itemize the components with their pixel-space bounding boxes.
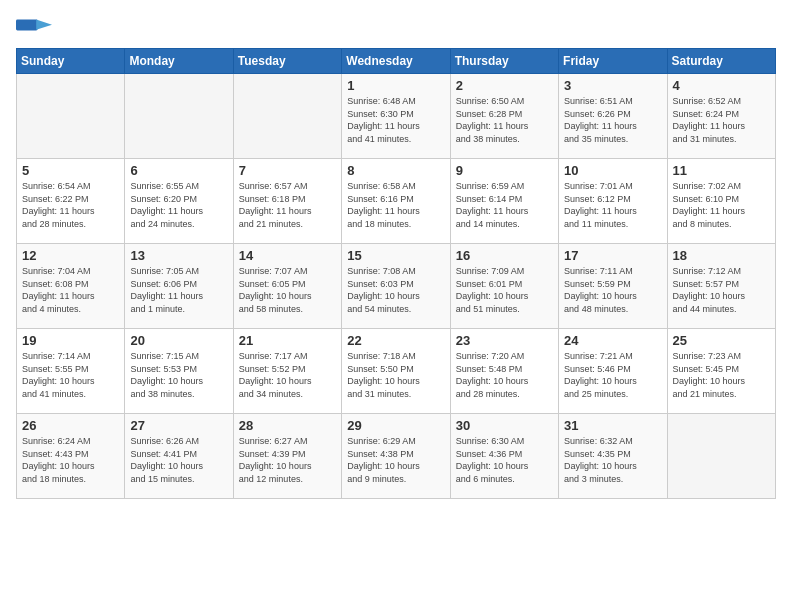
day-info: Sunrise: 6:24 AM Sunset: 4:43 PM Dayligh… [22, 435, 119, 485]
calendar-cell: 26Sunrise: 6:24 AM Sunset: 4:43 PM Dayli… [17, 414, 125, 499]
weekday-header-sunday: Sunday [17, 49, 125, 74]
calendar-cell: 16Sunrise: 7:09 AM Sunset: 6:01 PM Dayli… [450, 244, 558, 329]
day-info: Sunrise: 7:02 AM Sunset: 6:10 PM Dayligh… [673, 180, 770, 230]
day-info: Sunrise: 7:11 AM Sunset: 5:59 PM Dayligh… [564, 265, 661, 315]
day-info: Sunrise: 6:29 AM Sunset: 4:38 PM Dayligh… [347, 435, 444, 485]
day-info: Sunrise: 6:52 AM Sunset: 6:24 PM Dayligh… [673, 95, 770, 145]
day-number: 22 [347, 333, 444, 348]
calendar-cell: 11Sunrise: 7:02 AM Sunset: 6:10 PM Dayli… [667, 159, 775, 244]
calendar-cell: 12Sunrise: 7:04 AM Sunset: 6:08 PM Dayli… [17, 244, 125, 329]
day-number: 25 [673, 333, 770, 348]
day-info: Sunrise: 6:51 AM Sunset: 6:26 PM Dayligh… [564, 95, 661, 145]
logo [16, 16, 52, 36]
day-number: 23 [456, 333, 553, 348]
weekday-header-wednesday: Wednesday [342, 49, 450, 74]
calendar-cell: 17Sunrise: 7:11 AM Sunset: 5:59 PM Dayli… [559, 244, 667, 329]
calendar-table: SundayMondayTuesdayWednesdayThursdayFrid… [16, 48, 776, 499]
day-info: Sunrise: 7:12 AM Sunset: 5:57 PM Dayligh… [673, 265, 770, 315]
day-info: Sunrise: 7:14 AM Sunset: 5:55 PM Dayligh… [22, 350, 119, 400]
calendar-cell [667, 414, 775, 499]
week-row-3: 12Sunrise: 7:04 AM Sunset: 6:08 PM Dayli… [17, 244, 776, 329]
weekday-header-row: SundayMondayTuesdayWednesdayThursdayFrid… [17, 49, 776, 74]
day-number: 7 [239, 163, 336, 178]
day-info: Sunrise: 7:09 AM Sunset: 6:01 PM Dayligh… [456, 265, 553, 315]
day-info: Sunrise: 6:30 AM Sunset: 4:36 PM Dayligh… [456, 435, 553, 485]
calendar-cell: 21Sunrise: 7:17 AM Sunset: 5:52 PM Dayli… [233, 329, 341, 414]
day-info: Sunrise: 6:59 AM Sunset: 6:14 PM Dayligh… [456, 180, 553, 230]
svg-marker-1 [36, 20, 52, 30]
weekday-header-thursday: Thursday [450, 49, 558, 74]
day-number: 17 [564, 248, 661, 263]
calendar-cell: 20Sunrise: 7:15 AM Sunset: 5:53 PM Dayli… [125, 329, 233, 414]
calendar-cell: 29Sunrise: 6:29 AM Sunset: 4:38 PM Dayli… [342, 414, 450, 499]
calendar-cell: 3Sunrise: 6:51 AM Sunset: 6:26 PM Daylig… [559, 74, 667, 159]
day-number: 11 [673, 163, 770, 178]
day-info: Sunrise: 6:27 AM Sunset: 4:39 PM Dayligh… [239, 435, 336, 485]
day-info: Sunrise: 7:20 AM Sunset: 5:48 PM Dayligh… [456, 350, 553, 400]
day-info: Sunrise: 6:48 AM Sunset: 6:30 PM Dayligh… [347, 95, 444, 145]
svg-rect-0 [16, 20, 38, 31]
calendar-cell: 6Sunrise: 6:55 AM Sunset: 6:20 PM Daylig… [125, 159, 233, 244]
calendar-cell [17, 74, 125, 159]
day-number: 2 [456, 78, 553, 93]
day-info: Sunrise: 7:17 AM Sunset: 5:52 PM Dayligh… [239, 350, 336, 400]
calendar-cell: 4Sunrise: 6:52 AM Sunset: 6:24 PM Daylig… [667, 74, 775, 159]
day-number: 9 [456, 163, 553, 178]
calendar-cell: 23Sunrise: 7:20 AM Sunset: 5:48 PM Dayli… [450, 329, 558, 414]
day-info: Sunrise: 7:21 AM Sunset: 5:46 PM Dayligh… [564, 350, 661, 400]
logo-icon [16, 16, 52, 34]
day-number: 8 [347, 163, 444, 178]
calendar-cell: 28Sunrise: 6:27 AM Sunset: 4:39 PM Dayli… [233, 414, 341, 499]
calendar-cell [125, 74, 233, 159]
weekday-header-tuesday: Tuesday [233, 49, 341, 74]
day-number: 18 [673, 248, 770, 263]
day-number: 3 [564, 78, 661, 93]
weekday-header-friday: Friday [559, 49, 667, 74]
day-number: 10 [564, 163, 661, 178]
day-number: 4 [673, 78, 770, 93]
day-number: 15 [347, 248, 444, 263]
day-number: 19 [22, 333, 119, 348]
day-info: Sunrise: 7:07 AM Sunset: 6:05 PM Dayligh… [239, 265, 336, 315]
day-number: 24 [564, 333, 661, 348]
day-info: Sunrise: 7:01 AM Sunset: 6:12 PM Dayligh… [564, 180, 661, 230]
day-info: Sunrise: 6:57 AM Sunset: 6:18 PM Dayligh… [239, 180, 336, 230]
week-row-4: 19Sunrise: 7:14 AM Sunset: 5:55 PM Dayli… [17, 329, 776, 414]
calendar-cell: 18Sunrise: 7:12 AM Sunset: 5:57 PM Dayli… [667, 244, 775, 329]
day-info: Sunrise: 7:04 AM Sunset: 6:08 PM Dayligh… [22, 265, 119, 315]
day-info: Sunrise: 6:50 AM Sunset: 6:28 PM Dayligh… [456, 95, 553, 145]
day-info: Sunrise: 6:54 AM Sunset: 6:22 PM Dayligh… [22, 180, 119, 230]
calendar-cell: 15Sunrise: 7:08 AM Sunset: 6:03 PM Dayli… [342, 244, 450, 329]
calendar-cell: 30Sunrise: 6:30 AM Sunset: 4:36 PM Dayli… [450, 414, 558, 499]
calendar-cell: 10Sunrise: 7:01 AM Sunset: 6:12 PM Dayli… [559, 159, 667, 244]
day-info: Sunrise: 7:08 AM Sunset: 6:03 PM Dayligh… [347, 265, 444, 315]
day-info: Sunrise: 7:05 AM Sunset: 6:06 PM Dayligh… [130, 265, 227, 315]
day-number: 20 [130, 333, 227, 348]
weekday-header-saturday: Saturday [667, 49, 775, 74]
calendar-cell: 1Sunrise: 6:48 AM Sunset: 6:30 PM Daylig… [342, 74, 450, 159]
calendar-cell: 25Sunrise: 7:23 AM Sunset: 5:45 PM Dayli… [667, 329, 775, 414]
day-number: 12 [22, 248, 119, 263]
day-number: 6 [130, 163, 227, 178]
day-number: 14 [239, 248, 336, 263]
calendar-cell: 14Sunrise: 7:07 AM Sunset: 6:05 PM Dayli… [233, 244, 341, 329]
page-header [16, 16, 776, 36]
week-row-1: 1Sunrise: 6:48 AM Sunset: 6:30 PM Daylig… [17, 74, 776, 159]
day-number: 26 [22, 418, 119, 433]
day-number: 13 [130, 248, 227, 263]
calendar-cell: 13Sunrise: 7:05 AM Sunset: 6:06 PM Dayli… [125, 244, 233, 329]
calendar-cell: 9Sunrise: 6:59 AM Sunset: 6:14 PM Daylig… [450, 159, 558, 244]
calendar-cell: 31Sunrise: 6:32 AM Sunset: 4:35 PM Dayli… [559, 414, 667, 499]
day-info: Sunrise: 6:32 AM Sunset: 4:35 PM Dayligh… [564, 435, 661, 485]
day-number: 5 [22, 163, 119, 178]
day-info: Sunrise: 7:15 AM Sunset: 5:53 PM Dayligh… [130, 350, 227, 400]
calendar-cell: 5Sunrise: 6:54 AM Sunset: 6:22 PM Daylig… [17, 159, 125, 244]
day-info: Sunrise: 7:18 AM Sunset: 5:50 PM Dayligh… [347, 350, 444, 400]
calendar-cell: 27Sunrise: 6:26 AM Sunset: 4:41 PM Dayli… [125, 414, 233, 499]
calendar-cell: 2Sunrise: 6:50 AM Sunset: 6:28 PM Daylig… [450, 74, 558, 159]
calendar-cell: 22Sunrise: 7:18 AM Sunset: 5:50 PM Dayli… [342, 329, 450, 414]
calendar-cell: 24Sunrise: 7:21 AM Sunset: 5:46 PM Dayli… [559, 329, 667, 414]
calendar-cell: 19Sunrise: 7:14 AM Sunset: 5:55 PM Dayli… [17, 329, 125, 414]
day-number: 29 [347, 418, 444, 433]
day-number: 1 [347, 78, 444, 93]
